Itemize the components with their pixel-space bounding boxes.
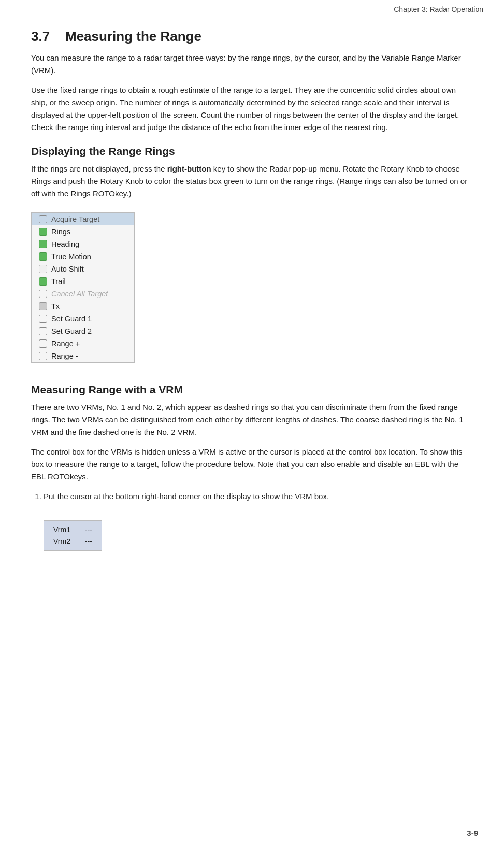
menu-item-true-motion[interactable]: True Motion	[32, 250, 134, 263]
vrm1-value: ---	[85, 524, 92, 535]
page-header: Chapter 3: Radar Operation	[0, 0, 504, 16]
page-content: 3.7 Measuring the Range You can measure …	[0, 16, 504, 586]
radar-popup-menu: Acquire Target Rings Heading True Motion…	[31, 212, 135, 363]
sub-heading-1: Displaying the Range Rings	[31, 145, 473, 158]
indicator-heading	[39, 240, 47, 248]
sub2-body1: There are two VRMs, No. 1 and No. 2, whi…	[31, 401, 473, 438]
indicator-range-plus	[39, 339, 47, 348]
menu-label-rings: Rings	[51, 228, 70, 236]
menu-label-set-guard-2: Set Guard 2	[51, 327, 92, 335]
step-list: Put the cursor at the bottom right-hand …	[44, 490, 473, 560]
sub-heading-2: Measuring Range with a VRM	[31, 384, 473, 396]
indicator-rings	[39, 228, 47, 236]
section-title: Measuring the Range	[65, 29, 201, 45]
menu-label-heading: Heading	[51, 240, 79, 248]
indicator-true-motion	[39, 252, 47, 261]
section-heading: 3.7 Measuring the Range	[31, 29, 473, 45]
chapter-label: Chapter 3: Radar Operation	[394, 5, 483, 13]
page-footer: 3-9	[467, 829, 478, 838]
menu-item-cancel-all-target[interactable]: Cancel All Target	[32, 288, 134, 300]
indicator-acquire-target	[39, 215, 47, 223]
menu-item-range-plus[interactable]: Range +	[32, 337, 134, 350]
section-number: 3.7	[31, 29, 56, 45]
indicator-cancel-all-target	[39, 290, 47, 298]
page-number: 3-9	[467, 829, 478, 838]
menu-label-range-plus: Range +	[51, 339, 80, 348]
vrm2-value: ---	[85, 535, 92, 547]
vrm-row-1: Vrm1 ---	[53, 524, 92, 535]
menu-label-set-guard-1: Set Guard 1	[51, 315, 92, 323]
vrm-box: Vrm1 --- Vrm2 ---	[44, 520, 102, 551]
menu-label-tx: Tx	[51, 302, 60, 310]
menu-item-rings[interactable]: Rings	[32, 225, 134, 238]
indicator-auto-shift	[39, 265, 47, 273]
step-1-text: Put the cursor at the bottom right-hand …	[44, 492, 329, 501]
indicator-range-minus	[39, 352, 47, 360]
menu-item-trail[interactable]: Trail	[32, 275, 134, 288]
menu-label-range-minus: Range -	[51, 352, 78, 360]
indicator-trail	[39, 277, 47, 286]
vrm1-label: Vrm1	[53, 524, 70, 535]
vrm-row-2: Vrm2 ---	[53, 535, 92, 547]
menu-item-acquire-target[interactable]: Acquire Target	[32, 213, 134, 225]
menu-label-acquire-target: Acquire Target	[51, 215, 99, 223]
sub1-body: If the rings are not displayed, press th…	[31, 163, 473, 200]
vrm2-label: Vrm2	[53, 535, 70, 547]
intro-paragraph-1: You can measure the range to a radar tar…	[31, 52, 473, 77]
menu-label-auto-shift: Auto Shift	[51, 265, 84, 273]
sub2-body2: The control box for the VRMs is hidden u…	[31, 446, 473, 483]
menu-item-set-guard-1[interactable]: Set Guard 1	[32, 313, 134, 325]
menu-item-auto-shift[interactable]: Auto Shift	[32, 263, 134, 275]
menu-item-tx[interactable]: Tx	[32, 300, 134, 313]
indicator-set-guard-2	[39, 327, 47, 335]
menu-item-range-minus[interactable]: Range -	[32, 350, 134, 362]
menu-item-heading[interactable]: Heading	[32, 238, 134, 250]
intro-paragraph-2: Use the fixed range rings to obtain a ro…	[31, 84, 473, 134]
menu-label-cancel-all-target: Cancel All Target	[51, 290, 108, 298]
step-1: Put the cursor at the bottom right-hand …	[44, 490, 473, 560]
indicator-set-guard-1	[39, 315, 47, 323]
indicator-tx	[39, 302, 47, 310]
menu-item-set-guard-2[interactable]: Set Guard 2	[32, 325, 134, 337]
menu-label-trail: Trail	[51, 277, 66, 286]
menu-label-true-motion: True Motion	[51, 252, 91, 261]
